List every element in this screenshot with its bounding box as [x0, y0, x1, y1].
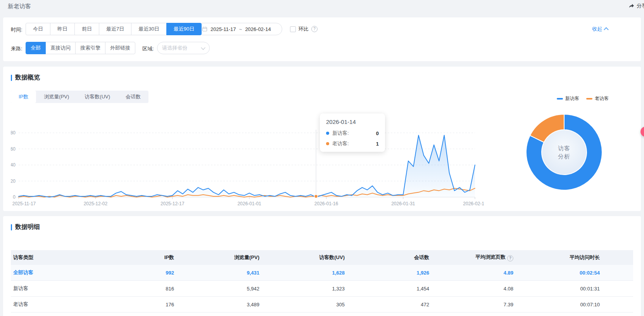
region-filter-label: 区域: — [142, 45, 154, 52]
share-label: 分享 — [637, 2, 644, 9]
compare-option: 环比 ? — [290, 26, 318, 33]
chart-legend: 新访客老访客 — [557, 95, 609, 102]
section-accent-bar — [11, 224, 12, 230]
time-filter-label: 时间: — [11, 26, 22, 33]
collapse-button[interactable]: 收起 — [592, 26, 608, 33]
legend-label: 新访客 — [565, 95, 579, 102]
visitor-donut-chart[interactable]: 访客分析 — [525, 113, 603, 191]
tab-会话数[interactable]: 会话数 — [118, 91, 148, 103]
source-filter-label: 来路: — [11, 45, 22, 52]
share-icon — [628, 3, 635, 9]
time-button-group: 今日昨日前日最近7日最近30日最近90日 — [26, 23, 202, 35]
source-option-全部[interactable]: 全部 — [26, 42, 46, 54]
section-accent-bar — [11, 75, 12, 81]
trend-line-chart[interactable]: 0204060802025-11-172025-12-022025-12-172… — [11, 112, 484, 210]
date-range-picker[interactable]: 2025-11-17 ~ 2026-02-14 — [197, 23, 282, 35]
tab-浏览量(PV)[interactable]: 浏览量(PV) — [36, 91, 77, 103]
x-axis-label: 2025-11-17 — [12, 201, 36, 206]
chevron-down-icon — [201, 45, 205, 50]
metric-cell: 3,489 — [176, 297, 262, 313]
source-button-group: 全部直接访问搜索引擎外部链接 — [26, 42, 135, 54]
tooltip-series-label: 老访客: — [332, 140, 349, 147]
time-option-今日[interactable]: 今日 — [26, 23, 50, 35]
source-option-直接访问[interactable]: 直接访问 — [45, 42, 76, 54]
metric-cell: 00:07:10 — [516, 297, 602, 313]
metric-cell[interactable]: 992 — [91, 265, 176, 281]
metric-cell[interactable]: 1,628 — [262, 265, 347, 281]
time-option-最近30日[interactable]: 最近30日 — [131, 23, 166, 35]
time-option-前日[interactable]: 前日 — [74, 23, 99, 35]
feedback-float-button[interactable] — [641, 127, 644, 137]
filter-panel: 时间: 今日昨日前日最近7日最近30日最近90日 2025-11-17 ~ 20… — [3, 17, 641, 61]
details-section-title: 数据明细 — [11, 223, 40, 231]
svg-text:60: 60 — [11, 146, 16, 152]
region-select[interactable]: 请选择省份 — [157, 42, 210, 54]
column-header-平均访问时长: 平均访问时长 — [516, 250, 602, 265]
compare-checkbox[interactable] — [290, 26, 296, 32]
metric-cell[interactable]: 00:02:54 — [516, 265, 602, 281]
source-option-搜索引擎[interactable]: 搜索引擎 — [75, 42, 105, 54]
region-placeholder: 请选择省份 — [162, 45, 202, 52]
overview-panel: 数据概览 IP数浏览量(PV)访客数(UV)会话数 新访客老访客 0204060… — [3, 67, 641, 211]
tab-IP数[interactable]: IP数 — [11, 91, 36, 103]
visitor-type-cell: 老访客 — [11, 297, 91, 313]
table-header-row: 访客类型IP数浏览量(PV)访客数(UV)会话数平均浏览页数?平均访问时长 — [11, 250, 633, 265]
table-row-全部访客: 全部访客9929,4311,6281,9264.8900:02:54 — [11, 265, 633, 281]
svg-text:40: 40 — [11, 162, 16, 168]
metric-cell: 4.08 — [432, 281, 516, 297]
x-axis-label: 2025-12-17 — [161, 201, 185, 206]
metric-cell: 5,942 — [176, 281, 262, 297]
column-header-访客数(UV): 访客数(UV) — [262, 250, 347, 265]
source-option-外部链接[interactable]: 外部链接 — [105, 42, 135, 54]
metric-cell: 1,323 — [262, 281, 347, 297]
legend-dash — [557, 98, 563, 100]
details-title-text: 数据明细 — [15, 223, 40, 231]
share-button[interactable]: 分享 — [628, 2, 644, 9]
metric-cell[interactable]: 9,431 — [176, 265, 262, 281]
time-option-最近90日[interactable]: 最近90日 — [166, 23, 202, 35]
svg-text:0: 0 — [13, 194, 16, 200]
collapse-label: 收起 — [592, 26, 602, 33]
details-panel: 数据明细 访客类型IP数浏览量(PV)访客数(UV)会话数平均浏览页数?平均访问… — [3, 216, 641, 316]
date-start: 2025-11-17 — [211, 26, 236, 32]
legend-item-新访客[interactable]: 新访客 — [557, 95, 579, 102]
metric-cell: 1,454 — [347, 281, 432, 297]
details-table: 访客类型IP数浏览量(PV)访客数(UV)会话数平均浏览页数?平均访问时长 全部… — [11, 250, 633, 313]
tooltip-series-label: 新访客: — [332, 130, 349, 137]
metric-cell: 305 — [262, 297, 347, 313]
metric-cell: 816 — [91, 281, 176, 297]
date-separator: ~ — [239, 26, 242, 32]
chart-tooltip: 2026-01-14 新访客:0老访客:1 — [320, 113, 385, 152]
legend-label: 老访客 — [595, 95, 609, 102]
tooltip-date: 2026-01-14 — [326, 118, 379, 125]
visitor-type-cell: 新访客 — [11, 281, 91, 297]
column-header-平均浏览页数: 平均浏览页数? — [432, 250, 516, 265]
x-axis-label: 2026-01-31 — [391, 201, 415, 206]
svg-text:20: 20 — [11, 179, 16, 184]
legend-dash — [586, 98, 592, 100]
column-header-浏览量(PV): 浏览量(PV) — [176, 250, 262, 265]
x-axis-label: 2026-01-01 — [237, 201, 261, 206]
calendar-icon — [202, 26, 207, 32]
metric-cell: 7.39 — [432, 297, 516, 313]
time-option-最近7日[interactable]: 最近7日 — [99, 23, 131, 35]
metric-cell[interactable]: 1,926 — [347, 265, 432, 281]
visitor-type-cell[interactable]: 全部访客 — [11, 265, 91, 281]
chevron-up-icon — [604, 27, 609, 32]
overview-title-text: 数据概览 — [15, 74, 40, 82]
metric-tabs: IP数浏览量(PV)访客数(UV)会话数 — [11, 91, 148, 103]
column-help-icon[interactable]: ? — [507, 255, 513, 261]
page-title: 新老访客 — [8, 3, 31, 10]
metric-cell[interactable]: 4.89 — [432, 265, 516, 281]
tab-访客数(UV)[interactable]: 访客数(UV) — [77, 91, 118, 103]
time-option-昨日[interactable]: 昨日 — [50, 23, 75, 35]
x-axis-label: 2026-02-14 — [463, 201, 484, 206]
metric-cell: 00:01:31 — [516, 281, 602, 297]
x-axis-label: 2025-12-02 — [84, 201, 108, 206]
metric-cell: 472 — [347, 297, 432, 313]
compare-help-icon[interactable]: ? — [311, 26, 318, 32]
legend-item-老访客[interactable]: 老访客 — [586, 95, 609, 102]
compare-label: 环比 — [299, 26, 309, 33]
table-row-新访客: 新访客8165,9421,3231,4544.0800:01:31 — [11, 281, 633, 297]
tooltip-series-value: 0 — [376, 131, 379, 136]
